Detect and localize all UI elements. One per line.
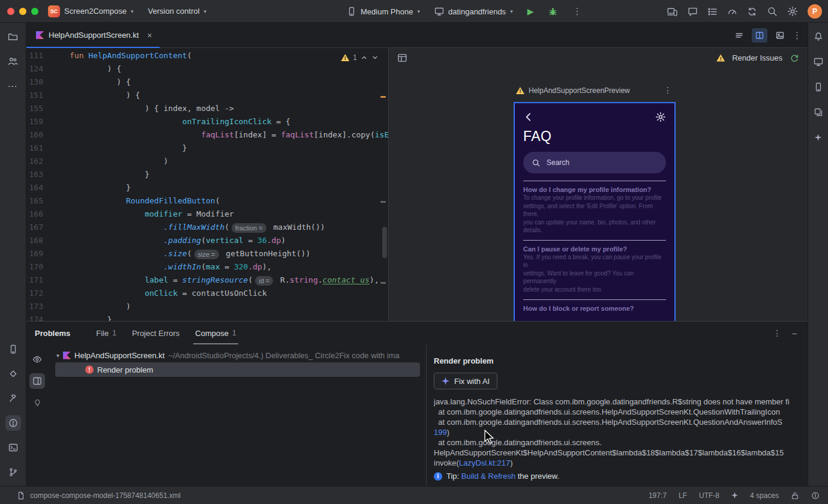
- editor-layout-code-button[interactable]: [731, 28, 747, 43]
- tree-issue-row[interactable]: Render problem: [55, 362, 420, 377]
- stack-trace-link[interactable]: LazyDsl.kt:217: [459, 458, 510, 467]
- faq-item[interactable]: Can I pause or delete my profile?Yes. If…: [523, 240, 666, 299]
- task-list-icon[interactable]: [707, 7, 718, 17]
- line-number: 172: [26, 287, 43, 300]
- tab-compose[interactable]: Compose1: [187, 322, 244, 344]
- warning-icon: [716, 55, 725, 62]
- fix-with-ai-button[interactable]: Fix with AI: [434, 373, 497, 389]
- project-menu[interactable]: SC Screen2Compose ▾: [48, 5, 134, 17]
- build-refresh-link[interactable]: Build & Refresh: [461, 472, 515, 481]
- tree-issue-label: Render problem: [97, 365, 153, 374]
- app-insights-tool-button[interactable]: [5, 366, 21, 382]
- status-indicator-icon[interactable]: [811, 491, 820, 500]
- more-tool-windows-button[interactable]: ···: [5, 78, 21, 94]
- file-encoding[interactable]: UTF-8: [699, 491, 719, 500]
- design-view-icon: [775, 31, 785, 40]
- editor-code[interactable]: fun HelpAndSupportContent() {) {) {) { i…: [70, 49, 389, 321]
- previous-issue-chevron-icon[interactable]: [361, 54, 368, 61]
- code-view-icon: [734, 31, 744, 40]
- running-devices-icon[interactable]: [667, 7, 678, 17]
- problems-icon: [8, 418, 18, 428]
- user-avatar[interactable]: P: [808, 4, 822, 19]
- vcs-menu[interactable]: Version control ▾: [148, 7, 207, 16]
- run-config-name: datingandfriends: [448, 7, 506, 16]
- render-issues-label[interactable]: Render Issues: [732, 53, 782, 62]
- close-tab-icon[interactable]: ×: [147, 31, 152, 40]
- editor-tab-bar: HelpAndSupportScreen.kt × ⋮: [26, 23, 808, 48]
- indent-setting[interactable]: 4 spaces: [750, 491, 779, 500]
- refresh-preview-icon[interactable]: [790, 53, 799, 63]
- close-window-button[interactable]: [7, 8, 14, 15]
- hide-tool-window-icon[interactable]: –: [792, 328, 797, 338]
- line-number: 155: [26, 102, 43, 115]
- editor-layout-design-button[interactable]: [772, 28, 788, 43]
- quick-fix-button[interactable]: [29, 395, 45, 410]
- line-number: 151: [26, 89, 43, 102]
- device-explorer-tool-button[interactable]: [811, 79, 826, 95]
- search-field[interactable]: Search: [523, 152, 666, 173]
- ai-chat-icon[interactable]: [688, 7, 698, 17]
- device-selector[interactable]: Medium Phone ▾: [347, 7, 420, 16]
- inspections-widget[interactable]: 1: [338, 52, 381, 63]
- scrollbar-mark: [380, 201, 386, 203]
- tool-window-options-kebab[interactable]: ⋮: [773, 328, 781, 338]
- faq-list: How do I change my profile information?T…: [523, 181, 666, 321]
- line-number: 169: [26, 247, 43, 260]
- editor-gutter[interactable]: 1111241301511551591601611621631641651661…: [26, 49, 43, 321]
- preview-layout-icon[interactable]: [397, 53, 407, 63]
- unlocked-icon[interactable]: [791, 491, 799, 500]
- line-ending[interactable]: LF: [679, 491, 687, 500]
- phone-icon: [347, 7, 356, 16]
- caret-position[interactable]: 197:7: [649, 491, 667, 500]
- warning-count: 1: [353, 53, 357, 62]
- device-manager-tool-button[interactable]: [5, 341, 21, 357]
- editor-layout-split-button[interactable]: [752, 28, 767, 43]
- notifications-tool-button[interactable]: [811, 29, 826, 44]
- tab-file[interactable]: File1: [88, 322, 124, 344]
- project-tool-button[interactable]: [5, 29, 21, 44]
- terminal-tool-button[interactable]: [5, 440, 21, 455]
- compose-preview-phone[interactable]: FAQ Search How do I change my profile in…: [514, 102, 676, 321]
- problems-tool-button[interactable]: [5, 415, 21, 431]
- editor-options-kebab[interactable]: ⋮: [793, 30, 802, 41]
- minimize-window-button[interactable]: [19, 8, 26, 15]
- bell-icon: [814, 32, 823, 41]
- running-devices-tool-button[interactable]: [811, 54, 826, 70]
- editor-tab[interactable]: HelpAndSupportScreen.kt ×: [26, 23, 160, 48]
- tab-project-errors[interactable]: Project Errors: [124, 322, 187, 344]
- next-issue-chevron-icon[interactable]: [371, 54, 379, 61]
- problem-detail-pane: Render problem Fix with AI java.lang.NoS…: [426, 344, 808, 486]
- chevron-down-icon[interactable]: ▾: [56, 352, 59, 359]
- run-configuration-selector[interactable]: datingandfriends ▾: [434, 7, 513, 16]
- preview-issue-eye-button[interactable]: [29, 352, 45, 367]
- ai-status-icon[interactable]: [731, 492, 738, 499]
- search-icon[interactable]: [767, 6, 778, 17]
- back-icon[interactable]: [523, 112, 534, 122]
- faq-item[interactable]: How do I block or report someone?: [523, 299, 666, 321]
- code-line: .fillMaxWidth(fraction = maxWidth()): [70, 221, 389, 234]
- debug-button[interactable]: [548, 7, 558, 17]
- settings-gear-icon[interactable]: [787, 6, 798, 17]
- stack-trace-link[interactable]: 199: [434, 428, 447, 437]
- more-run-actions-kebab[interactable]: ⋮: [572, 6, 581, 17]
- code-line: }: [70, 142, 389, 155]
- gradle-sync-icon[interactable]: [747, 7, 757, 17]
- version-control-tool-button[interactable]: [5, 464, 21, 480]
- editor-scrollbar-thumb[interactable]: [382, 227, 387, 258]
- gemini-tool-button[interactable]: [811, 130, 826, 145]
- resource-manager-tool-button[interactable]: [811, 104, 826, 120]
- run-button[interactable]: ▶: [527, 7, 534, 16]
- fullscreen-window-button[interactable]: [31, 8, 38, 15]
- details-panel-toggle-button[interactable]: [29, 373, 45, 389]
- code-editor[interactable]: 1111241301511551591601611621631641651661…: [26, 48, 389, 321]
- compose-preview-pane: Render Issues HelpAndSupportScreenPrevie…: [389, 48, 808, 321]
- settings-gear-icon[interactable]: [655, 112, 666, 122]
- tree-file-row[interactable]: ▾ HelpAndSupportScreen.kt ~/AndroidStudi…: [48, 348, 426, 362]
- preview-options-kebab[interactable]: ⋮: [664, 85, 672, 95]
- faq-item[interactable]: How do I change my profile information?T…: [523, 181, 666, 240]
- preview-title[interactable]: HelpAndSupportScreenPreview: [516, 86, 630, 95]
- profiler-icon[interactable]: [727, 7, 737, 17]
- build-tool-button[interactable]: [5, 391, 21, 406]
- collaborators-tool-button[interactable]: [5, 53, 21, 69]
- tip-prefix: Tip:: [446, 472, 461, 481]
